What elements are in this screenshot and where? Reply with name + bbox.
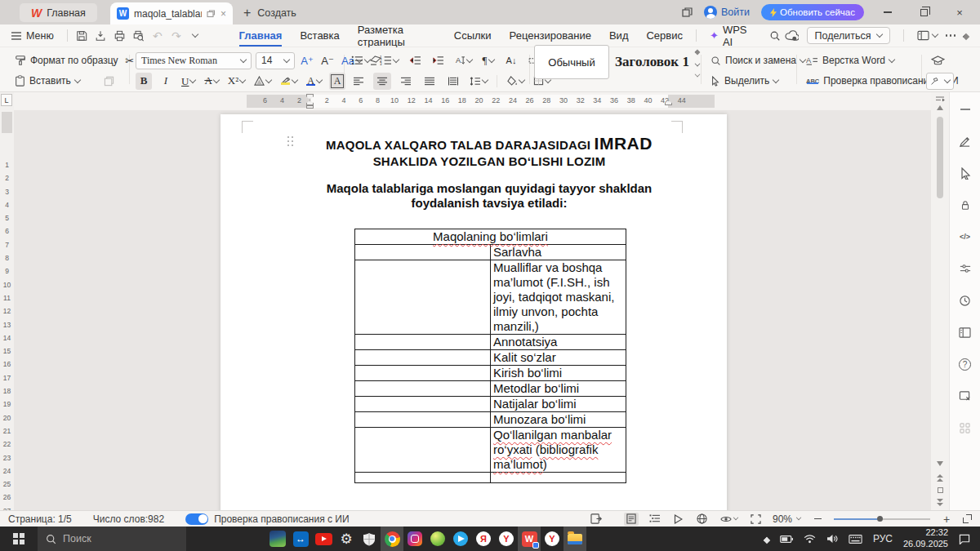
- close-button[interactable]: ×: [947, 0, 972, 24]
- hidden-icons-chevron[interactable]: [764, 535, 769, 543]
- increase-indent-icon[interactable]: [430, 52, 446, 69]
- bold-button[interactable]: B: [136, 73, 152, 90]
- taskbar-app-instagram[interactable]: [403, 527, 426, 551]
- gallery-up-icon[interactable]: [695, 50, 701, 56]
- style-gallery-scroll[interactable]: [695, 46, 700, 78]
- taskbar-app-game[interactable]: [266, 527, 289, 551]
- read-mode-icon[interactable]: [719, 513, 740, 526]
- find-replace-button[interactable]: Поиск и замена: [707, 51, 808, 69]
- font-size-select[interactable]: 14: [256, 52, 295, 69]
- numbered-list-button[interactable]: 123: [378, 52, 400, 69]
- help-icon[interactable]: ?: [958, 357, 973, 371]
- tab-references[interactable]: Ссылки: [446, 25, 500, 46]
- next-page-icon[interactable]: [937, 499, 943, 507]
- collapse-ribbon-icon[interactable]: [963, 33, 969, 40]
- collapse-panel-icon[interactable]: [958, 102, 973, 117]
- taskbar-app-explorer[interactable]: [564, 527, 586, 551]
- vertical-scrollbar[interactable]: [931, 92, 949, 510]
- select-tool-icon[interactable]: [958, 166, 973, 180]
- redo-button[interactable]: ↷: [167, 27, 185, 45]
- underline-button[interactable]: U: [180, 73, 197, 90]
- font-name-select[interactable]: Times New Roman: [136, 52, 252, 69]
- battery-icon[interactable]: [780, 535, 793, 543]
- align-center-button[interactable]: [373, 73, 391, 90]
- strikethrough-button[interactable]: A: [203, 73, 220, 90]
- show-marks-button[interactable]: ¶: [480, 52, 497, 69]
- tab-home[interactable]: Главная: [231, 25, 291, 46]
- navigation-pane-icon[interactable]: [958, 325, 973, 340]
- fullscreen-icon[interactable]: [963, 514, 972, 523]
- undo-button[interactable]: ↶: [148, 27, 167, 45]
- scroll-up-icon[interactable]: [937, 105, 943, 110]
- taskbar-app-yandex-browser[interactable]: Y: [495, 527, 518, 551]
- decrease-font-icon[interactable]: A⁻: [319, 52, 336, 69]
- close-document-icon[interactable]: [958, 389, 973, 403]
- document-tab[interactable]: W maqola_talablari.docx ×: [110, 2, 233, 24]
- zoom-slider[interactable]: [834, 518, 930, 520]
- courses-icon[interactable]: [929, 52, 947, 69]
- tab-detach-icon[interactable]: [207, 10, 216, 18]
- char-shading-button[interactable]: [252, 73, 273, 90]
- play-view-icon[interactable]: [671, 513, 686, 526]
- taskbar-app-wps[interactable]: W: [518, 527, 541, 551]
- doc-table[interactable]: Maqolaning bo‘limlari Sarlavha Muallifla…: [354, 229, 626, 483]
- share-button[interactable]: Поделиться: [807, 27, 890, 44]
- select-button[interactable]: Выделить: [707, 72, 782, 90]
- line-spacing-button[interactable]: [468, 73, 489, 90]
- taskbar-app-yandex-browser-2[interactable]: Y: [541, 527, 564, 551]
- superscript-button[interactable]: X²: [226, 73, 247, 90]
- highlight-button[interactable]: [278, 73, 299, 90]
- history-clock-icon[interactable]: [958, 293, 973, 308]
- focus-mode-icon[interactable]: [749, 513, 764, 526]
- document-page[interactable]: MAQOLA XALQARO TALAB DARAJASIDAGI IMRAD …: [220, 114, 727, 510]
- more-options-icon[interactable]: [946, 34, 956, 37]
- taskbar-app-teamviewer[interactable]: ↔: [289, 527, 312, 551]
- tab-tools[interactable]: Сервис: [638, 25, 691, 46]
- taskbar-app-yandex[interactable]: Я: [472, 527, 495, 551]
- horizontal-ruler[interactable]: 642 246810121416182022242628303234363840…: [14, 92, 949, 110]
- zoom-level-button[interactable]: 90%: [773, 513, 801, 525]
- bullet-list-button[interactable]: [350, 52, 372, 69]
- save-button[interactable]: [73, 27, 91, 45]
- zoom-in-button[interactable]: +: [939, 513, 954, 526]
- copy-icon[interactable]: [101, 73, 118, 90]
- wifi-icon[interactable]: [804, 535, 816, 544]
- print-button[interactable]: [110, 27, 129, 45]
- upgrade-now-button[interactable]: Обновить сейчас: [761, 4, 864, 20]
- vertical-ruler[interactable]: L 12345678910111213141516171819202122232…: [0, 92, 14, 510]
- increase-font-icon[interactable]: A⁺: [299, 52, 315, 69]
- page-indicator[interactable]: Страница: 1/5: [8, 513, 72, 525]
- zoom-slider-knob[interactable]: [877, 516, 883, 522]
- document-area[interactable]: MAQOLA XALQARO TALAB DARAJASIDAGI IMRAD …: [14, 110, 931, 510]
- taskbar-app-youtube[interactable]: [312, 527, 335, 551]
- code-field-icon[interactable]: </>: [958, 229, 973, 244]
- print-preview-button[interactable]: [129, 27, 148, 45]
- scroll-down-icon[interactable]: [937, 461, 943, 466]
- left-indent-marker[interactable]: [306, 105, 314, 109]
- style-heading1[interactable]: Заголовок 1: [609, 45, 695, 79]
- web-view-icon[interactable]: [695, 513, 710, 526]
- select-browse-object-icon[interactable]: [938, 487, 943, 493]
- app-home-tab[interactable]: W Главная: [20, 3, 97, 22]
- lock-icon[interactable]: [958, 198, 973, 212]
- paste-button[interactable]: Вставить: [11, 72, 83, 90]
- distribute-button[interactable]: [444, 73, 462, 90]
- quickbar-more-icon[interactable]: [185, 27, 204, 45]
- volume-icon[interactable]: [826, 534, 838, 544]
- style-normal[interactable]: Обычный: [534, 45, 609, 79]
- italic-button[interactable]: I: [158, 73, 174, 90]
- language-indicator[interactable]: РУС: [873, 533, 893, 544]
- settings-sliders-icon[interactable]: [958, 261, 973, 276]
- maximize-button[interactable]: [911, 0, 936, 24]
- menu-button[interactable]: Меню: [0, 30, 62, 42]
- pen-edit-icon[interactable]: [958, 134, 973, 149]
- tab-insert[interactable]: Вставка: [292, 25, 347, 46]
- sort-icon[interactable]: А↓: [503, 52, 519, 69]
- tab-close-icon[interactable]: ×: [220, 8, 226, 20]
- scrollbar-thumb[interactable]: [937, 117, 943, 198]
- previous-page-icon[interactable]: [937, 474, 943, 482]
- ruler-toggle-icon[interactable]: [935, 95, 945, 103]
- outline-view-icon[interactable]: [648, 513, 662, 526]
- gallery-down-icon[interactable]: [695, 60, 701, 66]
- align-left-button[interactable]: [350, 73, 368, 90]
